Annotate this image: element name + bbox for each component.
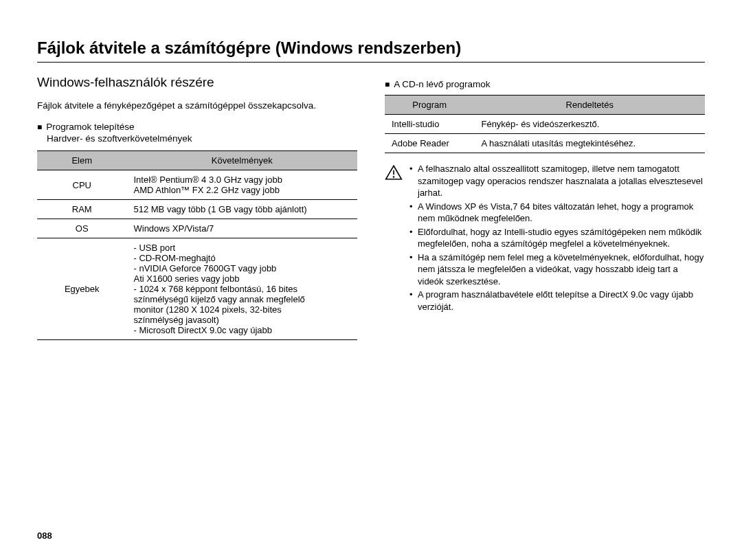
install-note: Hardver- és szoftverkövetelmények	[47, 133, 357, 144]
table-row: Egyebek - USB port - CD-ROM-meghajtó - n…	[37, 238, 357, 340]
req-label: OS	[37, 219, 126, 238]
svg-point-2	[393, 176, 395, 178]
square-bullet-icon: ■	[37, 122, 42, 132]
req-label: Egyebek	[37, 238, 126, 340]
req-header-value: Követelmények	[126, 151, 357, 170]
square-bullet-icon: ■	[385, 80, 390, 89]
table-row: Adobe Reader A használati utasítás megte…	[385, 134, 705, 153]
cd-header-purpose: Rendeltetés	[474, 96, 705, 115]
two-column-layout: Windows-felhasználók részére Fájlok átvi…	[37, 75, 705, 340]
req-value: 512 MB vagy több (1 GB vagy több ajánlot…	[126, 200, 357, 219]
req-value: - USB port - CD-ROM-meghajtó - nVIDIA Ge…	[126, 238, 357, 340]
note-item: Ha a számítógép nem felel meg a követelm…	[409, 251, 705, 288]
page-title: Fájlok átvitele a számítógépre (Windows …	[37, 38, 705, 58]
page-number: 088	[37, 530, 52, 541]
table-row: OS Windows XP/Vista/7	[37, 219, 357, 238]
install-heading: ■Programok telepítése	[37, 122, 357, 132]
right-column: ■A CD-n lévő programok Program Rendeltet…	[385, 75, 705, 340]
requirements-table: Elem Követelmények CPU Intel® Pentium® 4…	[37, 150, 357, 340]
req-label: CPU	[37, 170, 126, 200]
cd-program-name: Adobe Reader	[385, 134, 474, 153]
cd-program-desc: Fénykép- és videószerkesztő.	[474, 115, 705, 134]
cd-heading-text: A CD-n lévő programok	[394, 79, 490, 89]
table-header-row: Elem Követelmények	[37, 151, 357, 170]
cd-header-program: Program	[385, 96, 474, 115]
install-heading-text: Programok telepítése	[46, 122, 134, 132]
note-item: A Windows XP és Vista,7 64 bites változa…	[409, 201, 705, 225]
table-row: RAM 512 MB vagy több (1 GB vagy több ajá…	[37, 200, 357, 219]
req-label: RAM	[37, 200, 126, 219]
note-item: A felhasznalo altal osszeallitott szamit…	[409, 163, 705, 199]
document-page: Fájlok átvitele a számítógépre (Windows …	[0, 0, 742, 560]
title-rule	[37, 62, 705, 63]
table-header-row: Program Rendeltetés	[385, 96, 705, 115]
cd-program-desc: A használati utasítás megtekintéséhez.	[474, 134, 705, 153]
left-column: Windows-felhasználók részére Fájlok átvi…	[37, 75, 357, 340]
warning-note-block: A felhasznalo altal osszeallitott szamit…	[385, 163, 705, 315]
table-row: Intelli-studio Fénykép- és videószerkesz…	[385, 115, 705, 134]
cd-program-name: Intelli-studio	[385, 115, 474, 134]
cd-heading: ■A CD-n lévő programok	[385, 79, 705, 89]
req-value: Windows XP/Vista/7	[126, 219, 357, 238]
intro-text: Fájlok átvitele a fényképezőgépet a szám…	[37, 100, 357, 112]
cd-programs-table: Program Rendeltetés Intelli-studio Fényk…	[385, 95, 705, 153]
warning-triangle-icon	[385, 164, 403, 315]
note-item: A program használatbavétele előtt telepí…	[409, 289, 705, 313]
section-subtitle: Windows-felhasználók részére	[37, 75, 357, 90]
warning-note-list: A felhasznalo altal osszeallitott szamit…	[409, 163, 705, 315]
note-item: Előfordulhat, hogy az Intelli-studio egy…	[409, 226, 705, 250]
table-row: CPU Intel® Pentium® 4 3.0 GHz vagy jobb …	[37, 170, 357, 200]
req-header-item: Elem	[37, 151, 126, 170]
req-value: Intel® Pentium® 4 3.0 GHz vagy jobb AMD …	[126, 170, 357, 200]
